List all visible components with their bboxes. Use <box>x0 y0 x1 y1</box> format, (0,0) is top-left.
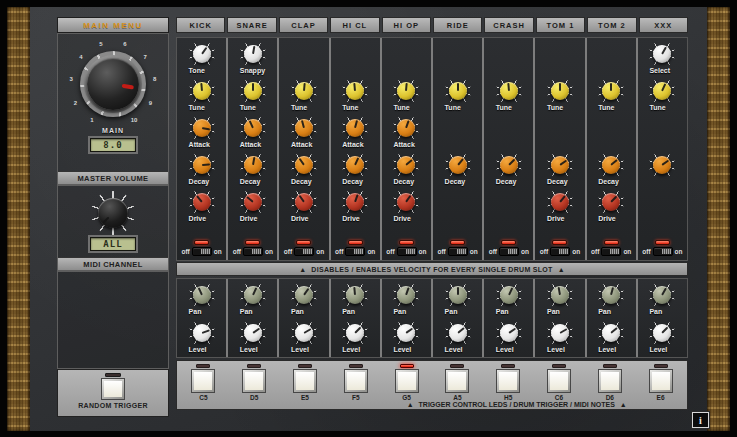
clap-pan-knob[interactable] <box>295 286 313 304</box>
knob-slot: Level <box>433 320 482 358</box>
knob-slot <box>587 115 636 152</box>
crash-trigger-button[interactable] <box>496 369 520 393</box>
kick-drive-knob[interactable] <box>193 193 211 211</box>
tom-1-drive-knob[interactable] <box>551 193 569 211</box>
snare-level-knob[interactable] <box>244 324 262 342</box>
switch-on-label: on <box>419 248 427 255</box>
knob-label: Level <box>291 346 317 353</box>
ride-pan-knob[interactable] <box>449 286 467 304</box>
crash-pan-knob[interactable] <box>500 286 518 304</box>
kick-tune-knob[interactable] <box>193 82 211 100</box>
xxx-tune-knob-unit: Tune <box>649 78 675 111</box>
clap-velocity-switch[interactable] <box>294 247 314 256</box>
xxx-tune-knob[interactable] <box>653 82 671 100</box>
xxx-pan-knob[interactable] <box>653 286 671 304</box>
knob-slot: Drive <box>535 189 584 226</box>
kick-level-knob[interactable] <box>193 324 211 342</box>
snare-drive-knob[interactable] <box>244 193 262 211</box>
snare-velocity-switch[interactable] <box>243 247 263 256</box>
ride-level-knob[interactable] <box>449 324 467 342</box>
hi-op-pan-knob[interactable] <box>397 286 415 304</box>
snare-tune-knob[interactable] <box>244 82 262 100</box>
main-menu-button[interactable]: MAIN MENU <box>57 17 169 33</box>
tom-2-trigger-button[interactable] <box>598 369 622 393</box>
snare-attack-knob[interactable] <box>244 119 262 137</box>
hi-op-tune-knob[interactable] <box>397 82 415 100</box>
knob-label: Decay <box>598 178 624 185</box>
kick-attack-knob[interactable] <box>193 119 211 137</box>
hi-op-drive-knob[interactable] <box>397 193 415 211</box>
xxx-select-knob-unit: Select <box>649 41 675 74</box>
tom-2-velocity-switch[interactable] <box>601 247 621 256</box>
clap-trigger-button[interactable] <box>293 369 317 393</box>
clap-attack-knob[interactable] <box>295 119 313 137</box>
tom-1-tune-knob[interactable] <box>551 82 569 100</box>
crash-decay-knob[interactable] <box>500 156 518 174</box>
tom-1-velocity-switch[interactable] <box>550 247 570 256</box>
kick-decay-knob[interactable] <box>193 156 211 174</box>
kick-velocity-switch[interactable] <box>192 247 212 256</box>
hi-cl-pan-knob[interactable] <box>346 286 364 304</box>
hi-cl-drive-knob-unit: Drive <box>342 189 368 222</box>
ride-tune-knob[interactable] <box>449 82 467 100</box>
tom-2-tune-knob[interactable] <box>602 82 620 100</box>
ride-decay-knob[interactable] <box>449 156 467 174</box>
tom-1-trigger-button[interactable] <box>547 369 571 393</box>
knob-ticks <box>189 41 215 67</box>
hi-cl-attack-knob[interactable] <box>346 119 364 137</box>
xxx-level-knob[interactable] <box>653 324 671 342</box>
tom-1-decay-knob[interactable] <box>551 156 569 174</box>
hi-cl-level-knob[interactable] <box>346 324 364 342</box>
hi-cl-velocity-switch[interactable] <box>345 247 365 256</box>
tom-1-level-knob[interactable] <box>551 324 569 342</box>
clap-drive-knob[interactable] <box>295 193 313 211</box>
info-icon[interactable]: i <box>692 412 709 428</box>
hi-cl-tune-knob[interactable] <box>346 82 364 100</box>
hi-op-level-knob[interactable] <box>397 324 415 342</box>
xxx-trigger-button[interactable] <box>649 369 673 393</box>
switch-on-label: on <box>675 248 683 255</box>
knob-ticks <box>393 78 419 104</box>
ride-level-knob-unit: Level <box>445 320 471 353</box>
knob-label: Drive <box>342 215 368 222</box>
crash-velocity-switch[interactable] <box>499 247 519 256</box>
kick-pan-knob[interactable] <box>193 286 211 304</box>
clap-tune-knob[interactable] <box>295 82 313 100</box>
tom-2-level-knob[interactable] <box>602 324 620 342</box>
tom-2-pan-knob[interactable] <box>602 286 620 304</box>
crash-tune-knob[interactable] <box>500 82 518 100</box>
hi-cl-drive-knob[interactable] <box>346 193 364 211</box>
tom-1-pan-knob[interactable] <box>551 286 569 304</box>
ride-velocity-switch[interactable] <box>448 247 468 256</box>
hi-op-trigger-button[interactable] <box>395 369 419 393</box>
snare-snappy-knob[interactable] <box>244 45 262 63</box>
hi-cl-trigger-button[interactable] <box>344 369 368 393</box>
knob-label: Tune <box>342 104 368 111</box>
midi-channel-knob[interactable] <box>98 198 128 228</box>
crash-level-knob[interactable] <box>500 324 518 342</box>
xxx-decay-knob[interactable] <box>653 156 671 174</box>
snare-trigger-button[interactable] <box>242 369 266 393</box>
hi-op-velocity-switch[interactable] <box>397 247 417 256</box>
tom-2-drive-knob[interactable] <box>602 193 620 211</box>
hi-op-decay-knob[interactable] <box>397 156 415 174</box>
xxx-velocity-switch[interactable] <box>653 247 673 256</box>
knob-ticks <box>240 320 266 346</box>
kick-tone-knob[interactable] <box>193 45 211 63</box>
knob-label: Drive <box>240 215 266 222</box>
hi-cl-decay-knob[interactable] <box>346 156 364 174</box>
knob-slot: Level <box>587 320 636 358</box>
clap-decay-knob[interactable] <box>295 156 313 174</box>
column-header-ride: RIDE <box>433 17 482 33</box>
hi-op-attack-knob-unit: Attack <box>393 115 419 148</box>
tom-2-decay-knob[interactable] <box>602 156 620 174</box>
snare-pan-knob[interactable] <box>244 286 262 304</box>
random-trigger-button[interactable] <box>101 378 125 400</box>
kick-trigger-button[interactable] <box>191 369 215 393</box>
xxx-select-knob[interactable] <box>653 45 671 63</box>
snare-decay-knob[interactable] <box>244 156 262 174</box>
hi-op-attack-knob[interactable] <box>397 119 415 137</box>
ride-trigger-button[interactable] <box>445 369 469 393</box>
knob-ticks <box>649 152 675 178</box>
clap-level-knob[interactable] <box>295 324 313 342</box>
